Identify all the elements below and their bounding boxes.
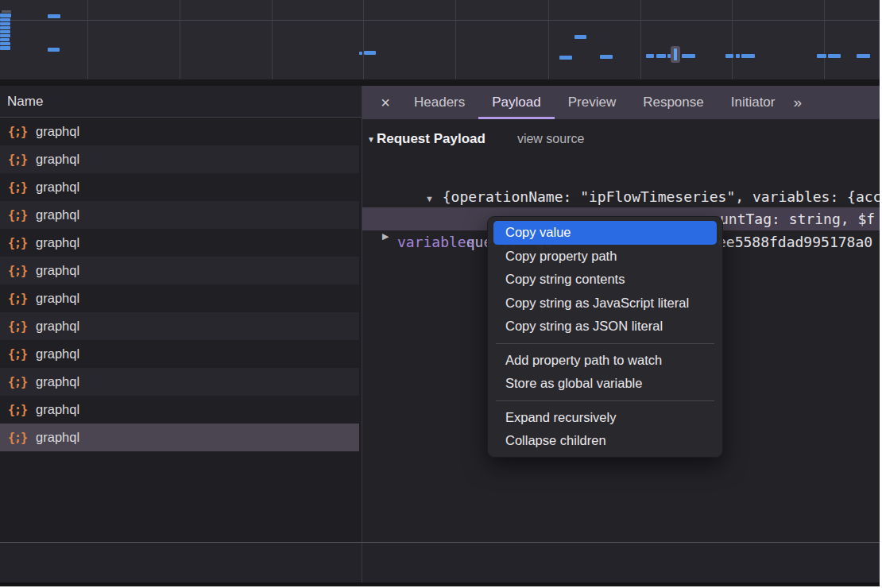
context-menu-item[interactable]: Collapse children (493, 429, 717, 453)
waterfall-mark (0, 26, 10, 29)
bottom-empty-left (0, 543, 362, 582)
json-request-icon: {;} (8, 236, 27, 250)
waterfall-mark (0, 14, 11, 17)
waterfall-mark (0, 18, 10, 21)
requests-panel: Name {;} graphql {;} graphql {;} graphql… (0, 86, 362, 586)
details-tab[interactable]: Response (629, 86, 718, 119)
waterfall-mark (736, 54, 740, 58)
json-request-icon: {;} (8, 431, 27, 445)
tab-label: Initiator (731, 95, 776, 110)
collapse-triangle-icon[interactable]: ▼ (367, 135, 375, 144)
request-name: graphql (36, 291, 79, 306)
json-request-icon: {;} (8, 347, 27, 362)
waterfall-mark (359, 52, 362, 55)
json-request-icon: {;} (8, 292, 27, 306)
request-row[interactable]: {;} graphql (0, 424, 359, 451)
context-menu-item[interactable]: Expand recursively (493, 406, 717, 430)
waterfall-mark (559, 56, 572, 60)
waterfall-mark (824, 0, 825, 79)
network-overview-waterfall[interactable] (0, 0, 880, 79)
waterfall-mark (548, 0, 549, 79)
overview-divider (0, 79, 880, 86)
tabs: Headers Payload Preview Response Initiat… (400, 86, 788, 119)
waterfall-mark (272, 0, 273, 79)
details-tab[interactable]: Headers (400, 86, 478, 119)
waterfall-mark (2, 10, 11, 13)
waterfall-mark (857, 54, 870, 58)
tab-label: Payload (492, 95, 540, 110)
request-row[interactable]: {;} graphql (0, 257, 359, 284)
request-row[interactable]: {;} graphql (0, 284, 359, 312)
request-name: graphql (36, 180, 79, 195)
view-source-link[interactable]: view source (517, 132, 584, 146)
request-row[interactable]: {;} graphql (0, 396, 359, 424)
waterfall-mark (600, 55, 613, 59)
request-row[interactable]: {;} graphql (0, 368, 359, 396)
context-menu-item[interactable]: Copy string as JSON literal (493, 315, 717, 338)
json-request-icon: {;} (8, 375, 27, 389)
name-column-header[interactable]: Name (0, 86, 362, 118)
waterfall-mark (656, 54, 666, 58)
waterfall-mark (48, 48, 60, 52)
details-tab[interactable]: Initiator (718, 86, 789, 119)
request-name: graphql (36, 207, 79, 222)
waterfall-mark (817, 54, 826, 58)
context-menu-item[interactable]: Copy string contents (493, 268, 717, 292)
waterfall-mark (0, 34, 10, 37)
context-menu-item[interactable]: Copy property path (493, 245, 717, 269)
json-request-icon: {;} (8, 125, 27, 139)
waterfall-mark (741, 54, 755, 58)
request-row[interactable]: {;} graphql (0, 312, 359, 340)
request-name: graphql (36, 346, 79, 362)
waterfall-mark (0, 22, 10, 25)
waterfall-mark (180, 0, 180, 79)
waterfall-mark (48, 14, 60, 18)
panel-divider[interactable] (362, 86, 362, 586)
context-menu-item[interactable]: Add property path to watch (493, 349, 717, 373)
context-menu-separator (496, 343, 714, 344)
waterfall-mark (0, 20, 880, 21)
request-row[interactable]: {;} graphql (0, 118, 359, 145)
json-request-icon: {;} (8, 319, 27, 334)
request-payload-section-header[interactable]: ▼ Request Payload view source (367, 131, 584, 147)
context-menu-item[interactable]: Copy string as JavaScript literal (493, 292, 717, 315)
context-menu-item[interactable]: Store as global variable (493, 372, 717, 396)
expand-triangle-icon[interactable]: ▶ (382, 231, 389, 242)
details-tab[interactable]: Payload (478, 86, 554, 119)
request-name: graphql (36, 374, 79, 389)
property-key: variables (397, 230, 475, 253)
request-name: graphql (36, 430, 79, 445)
section-title: Request Payload (377, 131, 485, 147)
details-tab[interactable]: Preview (555, 86, 629, 119)
request-name: graphql (36, 263, 79, 278)
json-request-icon: {;} (8, 403, 27, 417)
waterfall-mark (732, 0, 733, 79)
request-row[interactable]: {;} graphql (0, 145, 359, 173)
waterfall-mark (674, 48, 677, 60)
property-value-end: ee5588fdad995178a0 (718, 230, 872, 253)
devtools-network-panel: Name {;} graphql {;} graphql {;} graphql… (0, 0, 880, 586)
request-row[interactable]: {;} graphql (0, 173, 359, 201)
tab-label: Response (643, 95, 704, 110)
waterfall-mark (725, 54, 733, 58)
bottom-empty-right (362, 543, 880, 582)
context-menu-separator (496, 400, 714, 401)
name-column-label: Name (7, 94, 43, 110)
details-tab-bar: × Headers Payload Preview Response Initi… (362, 86, 880, 119)
more-tabs-icon[interactable]: » (793, 86, 800, 119)
request-row[interactable]: {;} graphql (0, 201, 359, 229)
waterfall-mark (682, 54, 695, 58)
request-name: graphql (36, 235, 79, 250)
property-value-end: untTag: string, $f (720, 207, 875, 230)
context-menu-item[interactable]: Copy value (493, 221, 717, 245)
request-name: graphql (36, 124, 79, 139)
waterfall-mark (364, 51, 376, 55)
json-request-icon: {;} (8, 180, 27, 195)
request-row[interactable]: {;} graphql (0, 229, 359, 257)
close-icon[interactable]: × (370, 86, 400, 119)
waterfall-mark (0, 30, 10, 33)
request-row[interactable]: {;} graphql (0, 340, 359, 368)
waterfall-mark (646, 54, 654, 58)
waterfall-mark (640, 0, 641, 79)
waterfall-mark (455, 0, 456, 79)
